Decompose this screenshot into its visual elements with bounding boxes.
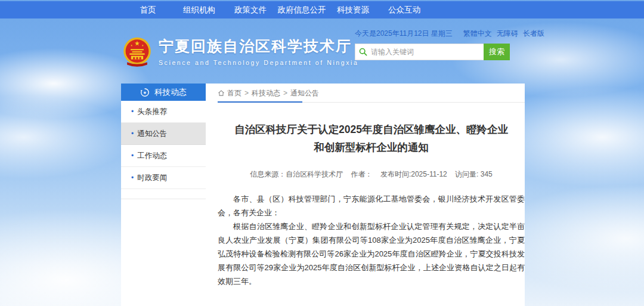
home-icon [218, 89, 225, 97]
nav-item-resources[interactable]: 科技资源 [327, 5, 379, 16]
bullet-icon: • [131, 129, 134, 138]
article-paragraph: 根据自治区雏鹰企业、瞪羚企业和创新型标杆企业认定管理有关规定，决定认定半亩良人农… [218, 220, 525, 288]
sidebar-item-label: 时政要闻 [137, 174, 167, 182]
site-brand[interactable]: 宁夏回族自治区科学技术厅 Science and Technology Depa… [121, 36, 358, 70]
sidebar-header: 科技动态 [121, 84, 206, 101]
article-meta: 信息来源：自治区科学技术厅 作者： 发布时间:2025-11-12 访问量: 3… [218, 169, 525, 180]
breadcrumb-home[interactable]: 首页 [227, 89, 242, 97]
nav-item-gov-info[interactable]: 政府信息公开 [276, 5, 327, 16]
nav-item-policy[interactable]: 政策文件 [225, 5, 276, 16]
search-icon [355, 44, 371, 60]
date-line: 今天是2025年11月12日 星期三 繁體中文 无障碍 长者版 [355, 29, 522, 39]
meta-views: 访问量: 345 [455, 170, 493, 178]
article-title: 自治区科技厅关于认定2025年度自治区雏鹰企业、瞪羚企业 和创新型标杆企业的通知 [218, 120, 525, 156]
sidebar-item-headlines[interactable]: •头条推荐 [121, 101, 206, 123]
breadcrumb-section[interactable]: 科技动态 [252, 89, 280, 97]
site-subtitle: Science and Technology Department of Nin… [159, 59, 358, 66]
site-title: 宁夏回族自治区科学技术厅 [159, 36, 358, 56]
link-traditional-chinese[interactable]: 繁體中文 [463, 29, 492, 39]
article-title-line2: 和创新型标杆企业的通知 [218, 138, 525, 156]
link-elderly-version[interactable]: 长者版 [523, 29, 544, 39]
meta-author: 作者： [351, 170, 373, 178]
sidebar-list: •头条推荐 •通知公告 •工作动态 •时政要闻 [121, 101, 206, 199]
sidebar-item-notices[interactable]: •通知公告 [121, 123, 206, 145]
nav-item-interaction[interactable]: 公众互动 [379, 5, 430, 16]
sidebar-item-label: 通知公告 [137, 129, 167, 138]
meta-source: 信息来源：自治区科学技术厅 [250, 170, 343, 178]
header-right: 今天是2025年11月12日 星期三 繁體中文 无障碍 长者版 搜索 [355, 29, 522, 60]
meta-publish-time: 发布时间:2025-11-12 [380, 170, 447, 178]
search-bar: 搜索 [355, 44, 510, 60]
sidebar: 科技动态 •头条推荐 •通知公告 •工作动态 •时政要闻 [121, 84, 206, 199]
breadcrumb-separator: > [283, 89, 287, 97]
top-navigation: 首页 组织机构 政策文件 政府信息公开 科技资源 公众互动 [0, 1, 644, 18]
article-main: 首页>科技动态>通知公告 自治区科技厅关于认定2025年度自治区雏鹰企业、瞪羚企… [218, 84, 525, 306]
link-accessibility[interactable]: 无障碍 [497, 29, 518, 39]
sidebar-item-work-news[interactable]: •工作动态 [121, 145, 206, 167]
bullet-icon: • [131, 174, 134, 182]
article-title-line1: 自治区科技厅关于认定2025年度自治区雏鹰企业、瞪羚企业 [218, 120, 525, 138]
article-body: 各市、县（区）科技管理部门，宁东能源化工基地管委会，银川经济技术开发区管委会，各… [218, 192, 525, 288]
bullet-icon: • [131, 107, 134, 116]
brand-text: 宁夏回族自治区科学技术厅 Science and Technology Depa… [159, 36, 358, 66]
content-wrapper: 科技动态 •头条推荐 •通知公告 •工作动态 •时政要闻 首页>科技动态>通知公… [121, 84, 525, 306]
search-input[interactable] [371, 44, 484, 60]
breadcrumb-current[interactable]: 通知公告 [290, 89, 319, 97]
nav-item-home[interactable]: 首页 [122, 5, 174, 16]
nav-item-org[interactable]: 组织机构 [174, 5, 225, 16]
bullet-icon: • [131, 152, 134, 160]
breadcrumb-separator: > [244, 89, 249, 97]
sidebar-item-label: 头条推荐 [137, 107, 167, 116]
current-date: 今天是2025年11月12日 星期三 [355, 29, 453, 39]
news-circle-star-icon [140, 88, 150, 97]
article-paragraph: 各市、县（区）科技管理部门，宁东能源化工基地管委会，银川经济技术开发区管委会，各… [218, 192, 525, 220]
sidebar-title: 科技动态 [154, 87, 187, 98]
breadcrumb: 首页>科技动态>通知公告 [218, 84, 525, 103]
national-emblem-logo [121, 36, 153, 70]
search-button[interactable]: 搜索 [484, 44, 510, 60]
nav-menu: 首页 组织机构 政策文件 政府信息公开 科技资源 公众互动 [122, 5, 430, 16]
sidebar-item-politics-news[interactable]: •时政要闻 [121, 167, 206, 189]
sidebar-item-label: 工作动态 [137, 152, 167, 160]
